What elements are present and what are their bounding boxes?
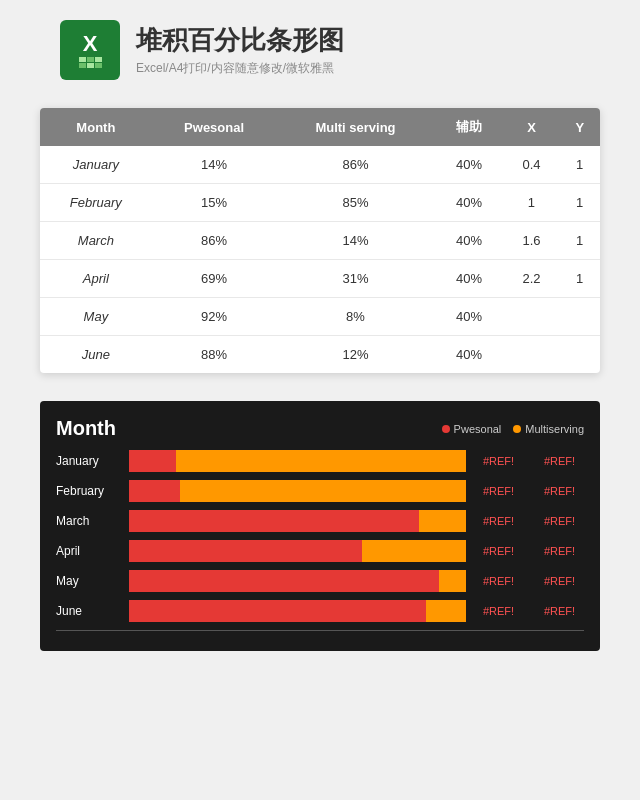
bar-chart: Month Pwesonal Multiserving January#REF!… <box>40 401 600 651</box>
cell-month: June <box>40 336 152 374</box>
cell-x: 2.2 <box>503 260 559 298</box>
bar-area <box>129 570 466 592</box>
bar-orange-segment <box>439 570 466 592</box>
legend-pwesonal: Pwesonal <box>442 423 502 435</box>
ref-val-2: #REF! <box>535 575 584 587</box>
cell-aux: 40% <box>434 222 503 260</box>
bar-orange-segment <box>180 480 466 502</box>
cell-month: May <box>40 298 152 336</box>
cell-multi: 12% <box>276 336 434 374</box>
bar-area <box>129 540 466 562</box>
table-row: May92%8%40% <box>40 298 600 336</box>
bar-red-segment <box>129 450 176 472</box>
col-month: Month <box>40 108 152 146</box>
cell-y: 1 <box>559 146 600 184</box>
chart-title: Month <box>56 417 116 440</box>
chart-rows: January#REF!#REF!February#REF!#REF!March… <box>56 450 584 622</box>
chart-bar-label: January <box>56 454 121 468</box>
ref-val-1: #REF! <box>474 515 523 527</box>
ref-val-2: #REF! <box>535 515 584 527</box>
page-title: 堆积百分比条形图 <box>136 23 344 58</box>
cell-y: 1 <box>559 184 600 222</box>
bar-red-segment <box>129 510 419 532</box>
bar-orange-segment <box>176 450 466 472</box>
cell-aux: 40% <box>434 298 503 336</box>
col-y: Y <box>559 108 600 146</box>
ref-val-1: #REF! <box>474 575 523 587</box>
chart-ref-values: #REF!#REF! <box>474 605 584 617</box>
table-row: March86%14%40%1.61 <box>40 222 600 260</box>
table-row: April69%31%40%2.21 <box>40 260 600 298</box>
bar-orange-segment <box>426 600 466 622</box>
table-row: February15%85%40%11 <box>40 184 600 222</box>
bar-area <box>129 480 466 502</box>
cell-month: March <box>40 222 152 260</box>
col-pwesonal: Pwesonal <box>152 108 277 146</box>
page-subtitle: Excel/A4打印/内容随意修改/微软雅黑 <box>136 60 344 77</box>
bar-red-segment <box>129 540 362 562</box>
cell-pwesonal: 88% <box>152 336 277 374</box>
chart-ref-values: #REF!#REF! <box>474 455 584 467</box>
col-x: X <box>503 108 559 146</box>
cell-pwesonal: 92% <box>152 298 277 336</box>
bar-orange-segment <box>419 510 466 532</box>
bar-red-segment <box>129 570 439 592</box>
chart-legend: Pwesonal Multiserving <box>442 423 584 435</box>
legend-dot-orange <box>513 425 521 433</box>
bar-area <box>129 450 466 472</box>
legend-dot-red <box>442 425 450 433</box>
cell-x: 1.6 <box>503 222 559 260</box>
cell-x <box>503 336 559 374</box>
data-table: Month Pwesonal Multi serving 辅助 X Y Janu… <box>40 108 600 373</box>
page-header: X 堆积百分比条形图 Excel/A4打印/内容随意修改/微软雅黑 <box>0 20 344 80</box>
ref-val-1: #REF! <box>474 455 523 467</box>
chart-bar-label: May <box>56 574 121 588</box>
cell-pwesonal: 86% <box>152 222 277 260</box>
cell-multi: 86% <box>276 146 434 184</box>
chart-bar-label: June <box>56 604 121 618</box>
cell-y: 1 <box>559 260 600 298</box>
cell-y <box>559 336 600 374</box>
ref-val-2: #REF! <box>535 605 584 617</box>
chart-bar-label: March <box>56 514 121 528</box>
cell-multi: 31% <box>276 260 434 298</box>
cell-y: 1 <box>559 222 600 260</box>
table-row: June88%12%40% <box>40 336 600 374</box>
legend-label-multiserving: Multiserving <box>525 423 584 435</box>
ref-val-1: #REF! <box>474 485 523 497</box>
data-table-container: Month Pwesonal Multi serving 辅助 X Y Janu… <box>40 108 600 373</box>
cell-aux: 40% <box>434 184 503 222</box>
col-multi: Multi serving <box>276 108 434 146</box>
cell-month: February <box>40 184 152 222</box>
cell-pwesonal: 15% <box>152 184 277 222</box>
chart-bar-row: February#REF!#REF! <box>56 480 584 502</box>
bar-red-segment <box>129 600 426 622</box>
chart-bar-row: March#REF!#REF! <box>56 510 584 532</box>
ref-val-2: #REF! <box>535 545 584 557</box>
header-text: 堆积百分比条形图 Excel/A4打印/内容随意修改/微软雅黑 <box>136 23 344 77</box>
chart-bar-row: January#REF!#REF! <box>56 450 584 472</box>
chart-ref-values: #REF!#REF! <box>474 545 584 557</box>
col-aux: 辅助 <box>434 108 503 146</box>
cell-y <box>559 298 600 336</box>
bar-orange-segment <box>362 540 466 562</box>
cell-pwesonal: 69% <box>152 260 277 298</box>
legend-label-pwesonal: Pwesonal <box>454 423 502 435</box>
ref-val-1: #REF! <box>474 545 523 557</box>
chart-ref-values: #REF!#REF! <box>474 575 584 587</box>
cell-month: January <box>40 146 152 184</box>
cell-x: 1 <box>503 184 559 222</box>
chart-bar-row: June#REF!#REF! <box>56 600 584 622</box>
table-header-row: Month Pwesonal Multi serving 辅助 X Y <box>40 108 600 146</box>
cell-multi: 8% <box>276 298 434 336</box>
chart-bar-label: February <box>56 484 121 498</box>
cell-multi: 14% <box>276 222 434 260</box>
cell-multi: 85% <box>276 184 434 222</box>
bar-area <box>129 510 466 532</box>
cell-x <box>503 298 559 336</box>
chart-ref-values: #REF!#REF! <box>474 515 584 527</box>
chart-bar-row: April#REF!#REF! <box>56 540 584 562</box>
chart-divider <box>56 630 584 631</box>
ref-val-1: #REF! <box>474 605 523 617</box>
table-row: January14%86%40%0.41 <box>40 146 600 184</box>
